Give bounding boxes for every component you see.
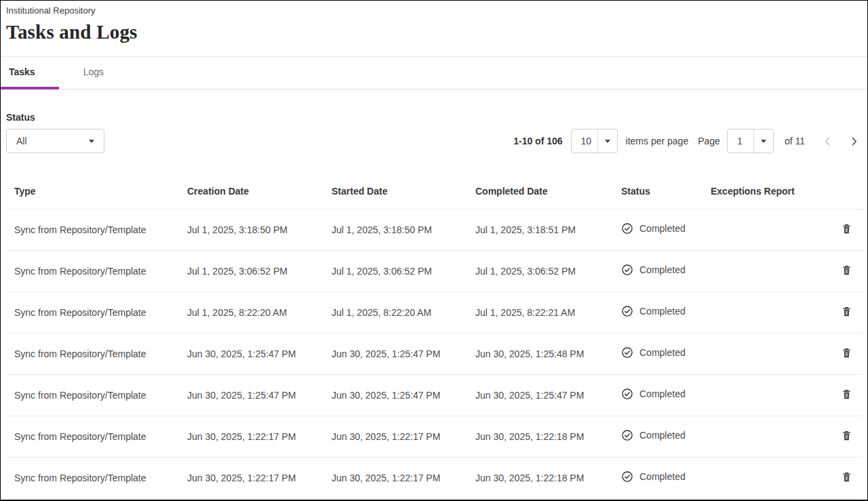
task-started-date: Jul 1, 2025, 3:06:52 PM xyxy=(332,250,475,292)
table-row: Sync from Repository/Template Jun 30, 20… xyxy=(6,457,863,498)
task-table-body: Sync from Repository/Template Jul 1, 202… xyxy=(6,209,863,501)
table-row: Sync from Repository/Template Jul 1, 202… xyxy=(6,292,863,333)
delete-task-button[interactable] xyxy=(840,304,854,319)
status-label: Completed xyxy=(639,471,686,482)
status-label: Completed xyxy=(639,388,686,399)
table-row: Sync from Repository/Template Jun 30, 20… xyxy=(6,416,863,457)
task-type: Sync from Repository/Template xyxy=(6,209,187,250)
table-header-row: Type Creation Date Started Date Complete… xyxy=(6,174,863,209)
status-filter-value: All xyxy=(16,136,27,146)
task-creation-date: Jun 30, 2025, 1:22:17 PM xyxy=(187,498,332,501)
previous-page-button[interactable] xyxy=(814,129,841,153)
delete-task-button[interactable] xyxy=(840,222,854,237)
task-creation-date: Jun 30, 2025, 1:25:47 PM xyxy=(187,333,332,374)
task-exceptions-report xyxy=(711,333,818,374)
task-completed-date: Jul 1, 2025, 8:22:21 AM xyxy=(475,292,621,333)
task-status: Completed xyxy=(621,498,711,501)
task-completed-date: Jun 30, 2025, 1:22:18 PM xyxy=(475,457,621,498)
delete-task-button[interactable] xyxy=(840,387,854,402)
table-row: Sync from Repository/Template Jul 1, 202… xyxy=(6,209,863,250)
task-creation-date: Jul 1, 2025, 3:06:52 PM xyxy=(187,250,332,292)
task-actions xyxy=(818,457,863,498)
task-actions xyxy=(818,374,863,416)
status-label: Completed xyxy=(639,223,686,234)
task-started-date: Jun 30, 2025, 1:22:17 PM xyxy=(332,457,475,498)
task-started-date: Jun 30, 2025, 1:22:17 PM xyxy=(332,498,475,501)
task-creation-date: Jun 30, 2025, 1:22:17 PM xyxy=(187,416,332,457)
task-started-date: Jul 1, 2025, 8:22:20 AM xyxy=(332,292,475,333)
column-header-exceptions-report: Exceptions Report xyxy=(711,174,818,209)
tab-tasks[interactable]: Tasks xyxy=(1,57,59,89)
column-header-status: Status xyxy=(621,174,711,209)
items-per-page-label: items per page xyxy=(626,136,689,146)
task-status: Completed xyxy=(621,292,711,333)
check-circle-icon xyxy=(621,346,633,359)
trash-icon xyxy=(841,268,852,279)
task-status: Completed xyxy=(621,416,711,457)
content-area: Status All 1-10 of 106 10 items per page… xyxy=(1,112,867,501)
delete-task-button[interactable] xyxy=(840,428,854,443)
tasks-table: Type Creation Date Started Date Complete… xyxy=(6,174,863,501)
task-type: Sync from Repository/Template xyxy=(6,292,187,333)
page-size-select[interactable]: 10 xyxy=(571,129,618,153)
trash-icon xyxy=(841,475,852,485)
delete-task-button[interactable] xyxy=(840,470,854,485)
task-status: Completed xyxy=(621,250,711,292)
next-page-button[interactable] xyxy=(841,129,862,153)
table-row: Sync from Repository/Template Jun 30, 20… xyxy=(6,498,863,501)
status-label: Completed xyxy=(639,306,686,317)
task-started-date: Jun 30, 2025, 1:22:17 PM xyxy=(332,416,475,457)
task-completed-date: Jun 30, 2025, 1:25:47 PM xyxy=(475,374,621,416)
task-exceptions-report xyxy=(711,250,818,292)
task-type: Sync from Repository/Template xyxy=(6,457,187,498)
task-creation-date: Jun 30, 2025, 1:22:17 PM xyxy=(187,457,332,498)
task-status: Completed xyxy=(621,457,711,498)
table-row: Sync from Repository/Template Jun 30, 20… xyxy=(6,333,863,374)
task-started-date: Jun 30, 2025, 1:25:47 PM xyxy=(332,333,475,374)
task-status: Completed xyxy=(621,333,711,374)
task-exceptions-report xyxy=(711,416,818,457)
check-circle-icon xyxy=(621,264,633,276)
task-completed-date: Jun 30, 2025, 1:22:18 PM xyxy=(475,498,621,501)
page-number-select[interactable]: 1 xyxy=(727,129,774,153)
task-creation-date: Jul 1, 2025, 3:18:50 PM xyxy=(187,209,332,250)
task-actions xyxy=(818,209,863,250)
status-filter-select[interactable]: All xyxy=(6,129,104,153)
trash-icon xyxy=(841,227,852,237)
status-label: Completed xyxy=(639,430,686,441)
task-actions xyxy=(818,292,863,333)
task-started-date: Jun 30, 2025, 1:25:47 PM xyxy=(332,374,475,416)
task-type: Sync from Repository/Template xyxy=(6,498,187,501)
status-filter-label: Status xyxy=(6,112,862,123)
task-status: Completed xyxy=(621,374,711,416)
check-circle-icon xyxy=(621,470,633,483)
page-number-value: 1 xyxy=(728,136,748,146)
status-label: Completed xyxy=(639,264,686,275)
pagination: 1-10 of 106 10 items per page Page 1 of … xyxy=(513,129,862,153)
table-row: Sync from Repository/Template Jun 30, 20… xyxy=(6,374,863,416)
tab-logs[interactable]: Logs xyxy=(75,57,127,89)
caret-down-icon xyxy=(89,140,94,143)
column-header-type: Type xyxy=(6,174,187,209)
tab-bar: Tasks Logs xyxy=(1,57,867,89)
column-header-completed-date: Completed Date xyxy=(475,174,621,209)
task-creation-date: Jun 30, 2025, 1:25:47 PM xyxy=(187,374,332,416)
chevron-right-icon xyxy=(848,135,861,148)
trash-icon xyxy=(841,351,852,361)
chevron-left-icon xyxy=(821,135,834,148)
column-header-creation-date: Creation Date xyxy=(187,174,332,209)
caret-down-icon xyxy=(605,140,610,143)
task-exceptions-report xyxy=(711,457,818,498)
task-exceptions-report xyxy=(711,498,818,501)
task-actions xyxy=(818,333,863,374)
page-title: Tasks and Logs xyxy=(6,21,862,43)
delete-task-button[interactable] xyxy=(840,346,854,361)
check-circle-icon xyxy=(621,429,633,441)
delete-task-button[interactable] xyxy=(840,263,854,278)
trash-icon xyxy=(841,393,852,403)
page-count-label: of 11 xyxy=(785,136,805,146)
trash-icon xyxy=(841,310,852,320)
check-circle-icon xyxy=(621,222,633,235)
page-size-value: 10 xyxy=(572,136,592,146)
task-type: Sync from Repository/Template xyxy=(6,374,187,416)
